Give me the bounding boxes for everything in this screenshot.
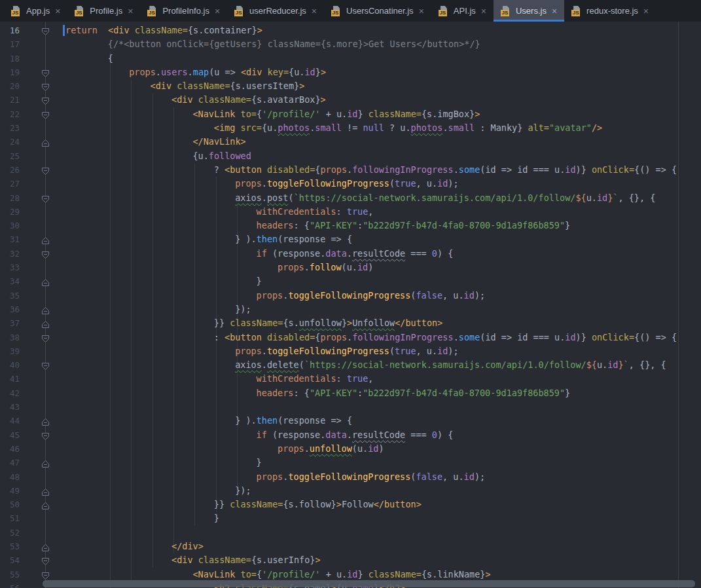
line-number[interactable]: 29 (0, 205, 20, 219)
fold-down-icon[interactable] (41, 96, 50, 104)
line-number[interactable]: 41 (0, 372, 20, 386)
code-line-37: 37}} className={s.unfollow}>Unfollow</bu… (0, 316, 701, 330)
code-text: props.toggleFollowingProgress(false, u.i… (257, 289, 486, 303)
line-number[interactable]: 53 (0, 540, 20, 553)
line-number[interactable]: 45 (0, 428, 20, 442)
line-number[interactable]: 42 (0, 386, 20, 400)
close-icon[interactable]: × (552, 7, 557, 16)
tab-API.js[interactable]: JSAPI.js× (431, 0, 494, 22)
line-number[interactable]: 31 (0, 232, 20, 246)
line-number[interactable]: 16 (0, 24, 20, 37)
line-number[interactable]: 43 (0, 400, 20, 414)
tab-UsersConatiner.js[interactable]: JSUsersConatiner.js× (324, 0, 431, 22)
fold-down-icon[interactable] (41, 333, 50, 342)
fold-down-icon[interactable] (41, 82, 50, 90)
horizontal-scrollbar-thumb[interactable] (43, 580, 695, 587)
line-number[interactable]: 32 (0, 247, 20, 261)
fold-up-icon[interactable] (41, 542, 50, 551)
line-number[interactable]: 22 (0, 107, 20, 121)
code-text: <NavLink to={'/profile/' + u.id} classNa… (192, 568, 490, 581)
fold-down-icon[interactable] (41, 556, 50, 564)
line-number[interactable]: 55 (0, 568, 20, 581)
code-rows: 16return <div className={s.container}>17… (0, 24, 701, 588)
fold-up-icon[interactable] (41, 487, 50, 495)
line-number[interactable]: 37 (0, 316, 20, 330)
fold-up-icon[interactable] (41, 138, 50, 146)
line-number[interactable]: 50 (0, 498, 20, 511)
fold-down-icon[interactable] (41, 431, 50, 439)
code-text: {u.followed (192, 149, 251, 163)
code-line-18: 18{ (0, 52, 701, 65)
js-file-icon: JS (147, 6, 158, 16)
line-number[interactable]: 24 (0, 135, 20, 149)
fold-up-icon[interactable] (41, 277, 50, 285)
fold-up-icon[interactable] (41, 500, 50, 509)
line-number[interactable]: 39 (0, 344, 20, 358)
line-number[interactable]: 35 (0, 289, 20, 303)
line-number[interactable]: 51 (0, 511, 20, 525)
fold-down-icon[interactable] (41, 570, 50, 579)
fold-up-icon[interactable] (41, 235, 50, 244)
code-line-17: 17{/*<button onClick={getUsers} classNam… (0, 37, 701, 51)
js-file-icon: JS (439, 6, 449, 16)
line-number[interactable]: 54 (0, 553, 20, 567)
fold-down-icon[interactable] (41, 166, 50, 174)
tab-App.js[interactable]: JSApp.js× (4, 0, 67, 22)
tab-Profile.js[interactable]: JSProfile.js× (67, 0, 140, 22)
close-icon[interactable]: × (128, 7, 133, 16)
line-number[interactable]: 21 (0, 93, 20, 107)
code-text: withCredentials: true, (257, 372, 374, 386)
code-text: <NavLink to={'/profile/' + u.id} classNa… (192, 107, 480, 121)
line-number[interactable]: 17 (0, 37, 20, 51)
line-number[interactable]: 23 (0, 121, 20, 135)
code-text: } ).then(response => { (235, 414, 352, 428)
close-icon[interactable]: × (481, 7, 486, 16)
code-line-43: 43 (0, 400, 701, 414)
fold-up-icon[interactable] (41, 416, 50, 425)
close-icon[interactable]: × (643, 7, 649, 16)
code-text: <div className={s.avatarBox}> (171, 93, 326, 107)
tab-redux-store.js[interactable]: JSredux-store.js× (564, 0, 656, 22)
line-number[interactable]: 38 (0, 331, 20, 344)
fold-up-icon[interactable] (41, 319, 50, 327)
code-editor[interactable]: 16return <div className={s.container}>17… (0, 22, 701, 588)
line-number[interactable]: 34 (0, 274, 20, 288)
line-number[interactable]: 20 (0, 79, 20, 93)
fold-down-icon[interactable] (41, 110, 50, 119)
line-number[interactable]: 40 (0, 358, 20, 372)
fold-up-icon[interactable] (41, 458, 50, 467)
fold-down-icon[interactable] (41, 194, 50, 202)
fold-down-icon[interactable] (41, 249, 50, 258)
tab-Users.js[interactable]: JSUsers.js× (494, 0, 564, 22)
line-number[interactable]: 36 (0, 303, 20, 316)
close-icon[interactable]: × (312, 7, 317, 16)
line-number[interactable]: 19 (0, 65, 20, 79)
line-number[interactable]: 30 (0, 219, 20, 232)
line-number[interactable]: 52 (0, 526, 20, 540)
line-number[interactable]: 26 (0, 163, 20, 177)
close-icon[interactable]: × (215, 7, 220, 16)
code-line-55: 55<NavLink to={'/profile/' + u.id} class… (0, 568, 701, 581)
line-number[interactable]: 27 (0, 177, 20, 191)
close-icon[interactable]: × (55, 7, 60, 16)
tab-userReducer.js[interactable]: JSuserReducer.js× (227, 0, 324, 22)
fold-up-icon[interactable] (41, 305, 50, 314)
line-number[interactable]: 49 (0, 484, 20, 498)
code-text: <div className={s.userInfo}> (171, 553, 321, 567)
line-number[interactable]: 28 (0, 191, 20, 205)
fold-down-icon[interactable] (41, 68, 50, 77)
line-number[interactable]: 48 (0, 470, 20, 484)
code-line-28: 28axios.post(`https://social-network.sam… (0, 191, 701, 205)
line-number[interactable]: 56 (0, 581, 20, 588)
line-number[interactable]: 44 (0, 414, 20, 428)
tab-ProfileInfo.js[interactable]: JSProfileInfo.js× (140, 0, 227, 22)
line-number[interactable]: 18 (0, 52, 20, 65)
line-number[interactable]: 25 (0, 149, 20, 163)
line-number[interactable]: 46 (0, 442, 20, 456)
code-text: } (214, 511, 219, 525)
fold-down-icon[interactable] (41, 361, 50, 369)
line-number[interactable]: 47 (0, 456, 20, 469)
fold-down-icon[interactable] (41, 26, 50, 35)
line-number[interactable]: 33 (0, 261, 20, 274)
close-icon[interactable]: × (419, 7, 424, 16)
